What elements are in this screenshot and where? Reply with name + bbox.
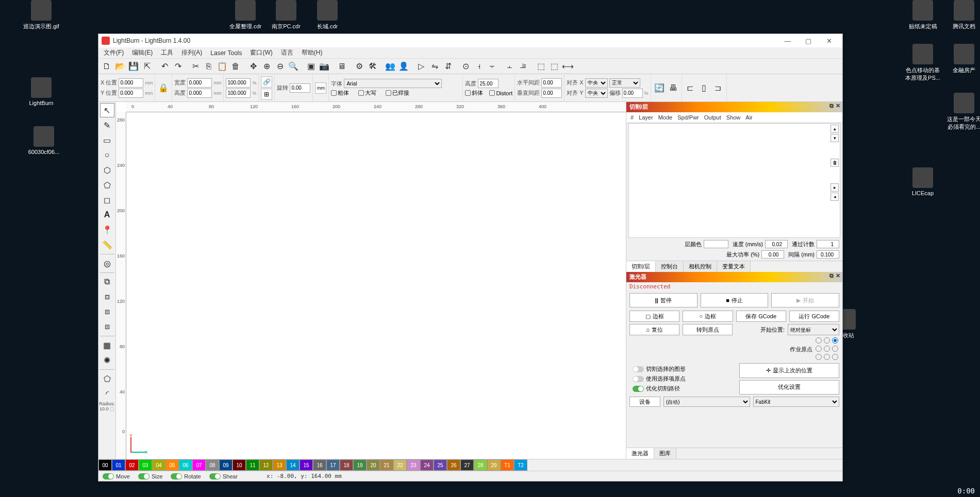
color-swatch[interactable]: 29 [487,459,501,471]
same-height-icon[interactable]: ⬚ [548,60,560,73]
color-swatch[interactable]: 11 [246,459,259,471]
color-swatch[interactable]: 01 [112,459,125,471]
desktop-icon[interactable]: 腾讯文档 [946,0,980,30]
vspace-input[interactable] [541,89,562,98]
stop-button[interactable]: ■停止 [701,293,769,307]
bold-label[interactable]: 粗体 [338,89,349,97]
color-swatch[interactable]: 25 [434,459,447,471]
color-swatch[interactable]: 16 [313,459,326,471]
panel-pop-icon[interactable]: ⧉ [829,102,834,109]
alignx-mode-select[interactable]: 正常 [609,78,640,88]
color-swatch[interactable]: 03 [139,459,152,471]
ungroup-icon[interactable]: 👤 [397,60,410,73]
rotate-input[interactable] [290,83,310,93]
panel-tab[interactable]: 激光器 [626,448,654,459]
mirror-h-icon[interactable]: ⇋ [428,60,441,73]
edit-tab-icon[interactable]: ⬠ [100,371,114,386]
color-swatch[interactable]: 15 [300,459,313,471]
refresh-icon[interactable]: 🔄 [653,82,666,94]
layer-delete-icon[interactable]: 🗑 [830,159,839,167]
measure-tool-icon[interactable]: 📏 [100,237,114,252]
font-select[interactable]: Arial [344,79,442,88]
align-h-icon[interactable]: ⫞ [473,60,485,73]
undo-icon[interactable]: ↶ [158,60,171,73]
menu-item[interactable]: 语言 [278,47,296,58]
hspace-input[interactable] [541,78,562,88]
height-input[interactable] [187,89,212,98]
frame-circle-button[interactable]: ○ 边框 [683,311,733,322]
radial-array-icon[interactable]: ✺ [100,353,114,367]
color-swatch[interactable]: 12 [259,459,273,471]
panel-tab[interactable]: 切割/层 [626,261,656,272]
ypos-input[interactable] [119,89,143,98]
open-icon[interactable]: 📂 [114,60,126,73]
boolean-xor-icon[interactable]: ⧆ [100,319,114,334]
color-swatch[interactable]: 18 [340,459,353,471]
color-swatch[interactable]: 27 [460,459,474,471]
layer-left-icon[interactable]: ◂ [830,193,839,201]
offset-input[interactable] [622,89,643,98]
size-toggle[interactable] [138,473,150,479]
cut-selection-toggle[interactable] [633,366,644,372]
select-frame-icon[interactable]: ▣ [305,60,317,73]
menu-item[interactable]: 文件(F) [101,47,127,58]
save-icon[interactable]: 💾 [127,60,140,73]
minimize-button[interactable]: — [777,34,798,47]
layout-icon-1[interactable]: ⊏ [684,82,696,94]
italic-label[interactable]: 斜体 [472,89,483,97]
mirror-v-icon[interactable]: ⇵ [442,60,454,73]
panel-tab[interactable]: 控制台 [656,261,684,272]
width-input[interactable] [187,78,212,88]
align-v-icon[interactable]: ⫟ [486,60,499,73]
interval-input[interactable] [817,250,839,259]
layout-icon-2[interactable]: ▯ [698,82,710,94]
pan-icon[interactable]: ✥ [247,60,259,73]
desktop-icon[interactable]: LightBurn [23,77,59,106]
zoom-out-icon[interactable]: ⊖ [274,60,286,73]
desktop-icon[interactable]: 色点移动的基本原理及PS... [905,44,941,82]
show-last-pos-button[interactable]: ✛ 显示上次的位置 [739,363,840,378]
panel-close-icon[interactable]: ✕ [836,272,840,279]
panel-tab[interactable]: 图库 [654,448,676,459]
color-swatch[interactable]: 13 [273,459,286,471]
font-height-input[interactable] [478,79,499,88]
import-icon[interactable]: ⇱ [141,60,153,73]
color-swatch[interactable]: 20 [367,459,380,471]
color-swatch[interactable]: 07 [192,459,206,471]
distribute-v-icon[interactable]: ⫡ [517,60,529,73]
job-origin-grid[interactable] [816,337,839,361]
color-swatch[interactable]: 14 [286,459,300,471]
copy-icon[interactable]: ⎘ [203,60,215,73]
camera-icon[interactable]: 📷 [318,60,330,73]
boolean-int-icon[interactable]: ⧇ [100,304,114,319]
save-gcode-button[interactable]: 保存 GCode [736,311,786,322]
zoom-in-icon[interactable]: ⊕ [260,60,273,73]
layer-down-icon[interactable]: ▾ [830,134,839,142]
pctw-input[interactable] [226,78,251,88]
alignx-select[interactable]: 中央 [585,78,608,88]
desktop-icon[interactable]: 这是一部今天必须看完的... [946,93,980,131]
canvas[interactable]: 04080120160200240280320360400 2802402001… [116,102,626,459]
link-lock-icon[interactable]: 🔗 [261,76,272,88]
panel-close-icon[interactable]: ✕ [836,102,840,109]
marker-tool-icon[interactable]: 📍 [100,222,114,237]
new-icon[interactable]: 🗋 [101,60,113,73]
color-swatch[interactable]: 23 [407,459,420,471]
color-swatch[interactable]: 21 [380,459,393,471]
color-swatch[interactable]: 05 [165,459,179,471]
start-button[interactable]: ▶开始 [771,293,839,307]
ellipse-tool-icon[interactable]: ○ [100,148,114,162]
lock-icon[interactable]: 🔒 [157,82,170,94]
layout-icon-3[interactable]: ⊐ [712,82,724,94]
color-swatch[interactable]: 08 [206,459,219,471]
rect-tool-icon[interactable]: ▭ [100,133,114,147]
menu-item[interactable]: 编辑(E) [129,47,156,58]
print-icon[interactable]: 🖶 [667,82,679,94]
pause-button[interactable]: ||暂停 [629,293,697,307]
layercolor-swatch[interactable] [704,240,728,248]
panel-tab[interactable]: 相机控制 [684,261,717,272]
dimension-icon[interactable]: ⟷ [561,60,574,73]
anchor-icon[interactable]: ⊞ [261,89,272,100]
line-tool-icon[interactable]: ✎ [100,118,114,132]
move-toggle[interactable] [103,473,114,479]
